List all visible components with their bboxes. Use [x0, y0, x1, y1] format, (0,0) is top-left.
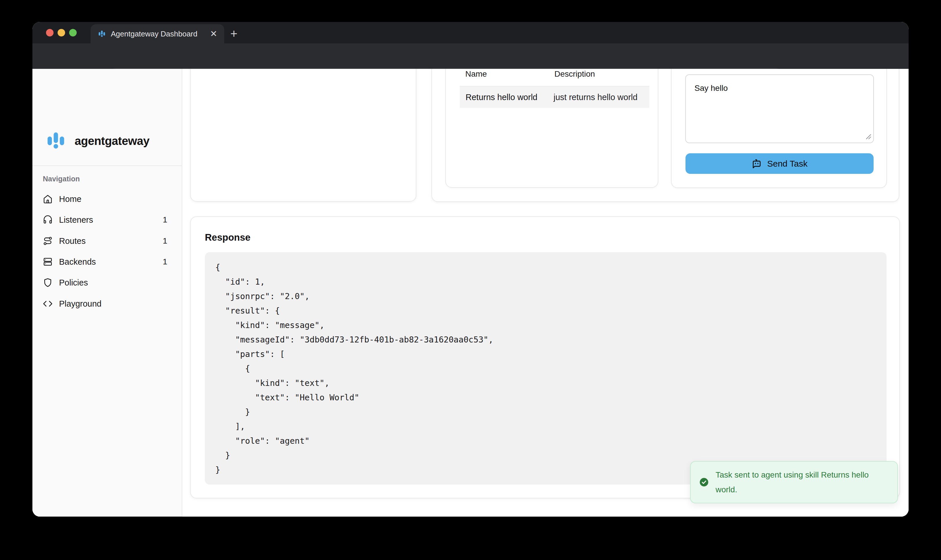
sidebar-item-label: Listeners — [59, 215, 156, 225]
main-area: Name Description Returns hello world jus… — [182, 69, 909, 517]
sidebar-item-count: 1 — [163, 257, 167, 266]
code-line: } — [215, 405, 887, 419]
tab-strip: Agentgateway Dashboard ✕ + — [32, 22, 909, 43]
textarea-resize-handle[interactable] — [864, 132, 872, 140]
send-task-button[interactable]: Send Task — [685, 153, 873, 174]
shield-icon — [43, 278, 53, 288]
page-content: agentgateway Navigation Home Listeners 1 — [32, 69, 909, 517]
sidebar-item-label: Backends — [59, 257, 156, 267]
response-card: Response { "id": 1, "jsonrpc": "2.0", "r… — [190, 216, 900, 498]
sidebar-item-label: Routes — [59, 236, 156, 246]
toast-message: Task sent to agent using skill Returns h… — [716, 468, 889, 497]
sidebar-item-count: 1 — [163, 215, 167, 225]
sidebar-footer-divider — [32, 516, 182, 517]
skill-description-cell: just returns hello world — [554, 92, 638, 102]
agentgateway-logo-icon — [45, 129, 67, 152]
tab-title: Agentgateway Dashboard — [111, 29, 205, 38]
tab-close-icon[interactable]: ✕ — [210, 29, 217, 38]
maximize-window-button[interactable] — [69, 29, 77, 37]
code-line: "result": { — [215, 304, 887, 318]
headphones-icon — [43, 215, 53, 225]
sidebar-item-home[interactable]: Home — [38, 190, 177, 208]
code-line: "kind": "text", — [215, 376, 887, 391]
sidebar: agentgateway Navigation Home Listeners 1 — [32, 69, 182, 517]
sidebar-item-listeners[interactable]: Listeners 1 — [38, 211, 177, 229]
code-line: "jsonrpc": "2.0", — [215, 289, 887, 304]
minimize-window-button[interactable] — [58, 29, 65, 37]
code-line: "role": "agent" — [215, 434, 887, 448]
code-line: "messageId": "3db0dd73-12fb-401b-ab82-3a… — [215, 333, 887, 347]
sidebar-item-policies[interactable]: Policies — [38, 273, 177, 292]
response-code-block[interactable]: { "id": 1, "jsonrpc": "2.0", "result": {… — [205, 252, 887, 485]
sidebar-item-label: Home — [59, 194, 161, 204]
sidebar-section-label: Navigation — [43, 175, 80, 183]
sidebar-item-playground[interactable]: Playground — [38, 294, 177, 313]
check-circle-icon — [699, 478, 708, 487]
code-line: "id": 1, — [215, 275, 887, 289]
bot-message-icon — [752, 158, 762, 169]
send-task-card: Say hello Send Task — [671, 69, 887, 188]
code-line: "parts": [ — [215, 347, 887, 362]
sidebar-divider — [32, 165, 182, 166]
browser-window: Agentgateway Dashboard ✕ + localhost:150… — [32, 22, 909, 517]
sidebar-item-routes[interactable]: Routes 1 — [38, 232, 177, 250]
sidebar-item-backends[interactable]: Backends 1 — [38, 252, 177, 271]
skill-name-cell: Returns hello world — [465, 92, 537, 102]
code-line: ], — [215, 419, 887, 434]
route-icon — [43, 236, 53, 246]
code-line: } — [215, 448, 887, 463]
brand[interactable]: agentgateway — [45, 129, 149, 152]
table-row[interactable]: Returns hello world just returns hello w… — [460, 86, 649, 108]
code-line: { — [215, 260, 887, 275]
code-icon — [43, 299, 53, 309]
browser-tab[interactable]: Agentgateway Dashboard ✕ — [91, 24, 224, 43]
code-line: "text": "Hello World" — [215, 391, 887, 405]
column-header-description: Description — [554, 69, 595, 78]
favicon-agentgateway-icon — [97, 29, 106, 38]
server-icon — [43, 257, 53, 267]
code-line: { — [215, 362, 887, 376]
skills-table-card: Name Description Returns hello world jus… — [445, 69, 658, 188]
brand-name: agentgateway — [75, 134, 149, 148]
sidebar-item-label: Playground — [59, 299, 161, 309]
task-message-input[interactable]: Say hello — [685, 74, 874, 143]
column-header-name: Name — [465, 69, 487, 78]
new-tab-button[interactable]: + — [230, 28, 237, 40]
response-title: Response — [205, 232, 251, 243]
home-icon — [43, 194, 53, 204]
code-line: "kind": "message", — [215, 318, 887, 333]
send-task-label: Send Task — [767, 159, 808, 169]
close-window-button[interactable] — [46, 29, 54, 37]
agent-card-panel — [190, 69, 416, 202]
browser-toolbar: localhost:15000/ui/playground/ In — [32, 43, 909, 69]
sidebar-item-count: 1 — [163, 236, 167, 246]
sidebar-item-label: Policies — [59, 278, 161, 288]
success-toast[interactable]: Task sent to agent using skill Returns h… — [690, 461, 898, 503]
